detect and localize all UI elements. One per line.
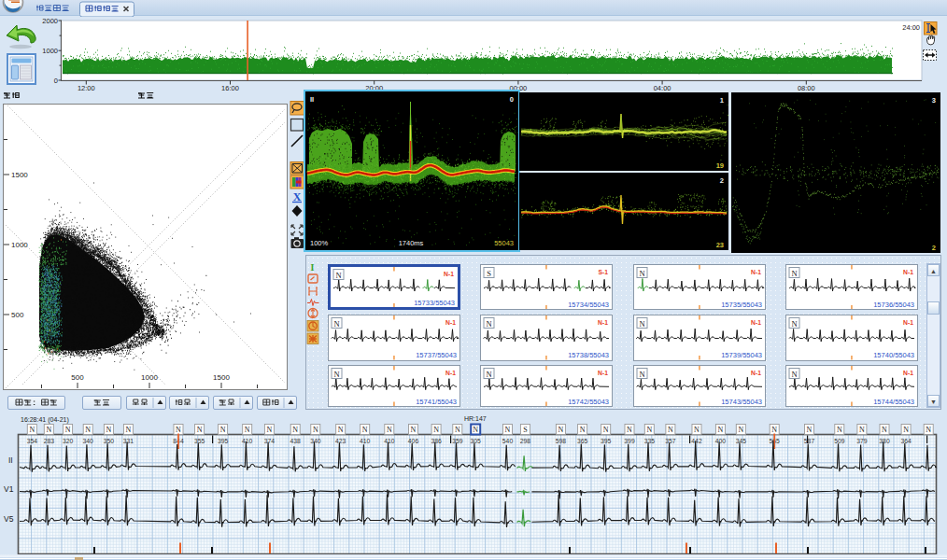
svg-text:N: N: [362, 426, 368, 434]
svg-text:N: N: [245, 426, 250, 434]
svg-text:HR:147: HR:147: [464, 415, 487, 422]
svg-text:N-1: N-1: [903, 268, 913, 274]
svg-text:N: N: [197, 426, 203, 434]
svg-text:N: N: [29, 426, 35, 434]
svg-text:II: II: [310, 95, 314, 104]
svg-text:N: N: [433, 426, 439, 434]
svg-text:N: N: [694, 426, 700, 434]
svg-text:15737/55043: 15737/55043: [417, 351, 458, 359]
svg-text:N: N: [292, 426, 298, 434]
svg-text:N: N: [859, 426, 865, 434]
svg-text:N: N: [639, 319, 644, 329]
svg-text:2: 2: [720, 176, 724, 185]
svg-text:N: N: [580, 426, 586, 434]
svg-text:N: N: [791, 319, 797, 329]
svg-text:N: N: [771, 426, 777, 434]
svg-text:N: N: [267, 426, 273, 434]
svg-text:423: 423: [335, 438, 346, 444]
svg-text:N: N: [336, 270, 342, 279]
svg-text:15741/55043: 15741/55043: [417, 398, 458, 406]
svg-text:1000: 1000: [11, 241, 28, 249]
svg-text:355: 355: [194, 438, 205, 444]
svg-text:N: N: [807, 426, 813, 434]
svg-text:19: 19: [716, 161, 724, 170]
svg-text:N-1: N-1: [751, 268, 761, 274]
svg-text:N: N: [334, 370, 340, 379]
svg-text:357: 357: [665, 438, 676, 444]
svg-text:365: 365: [577, 438, 588, 444]
svg-text:399: 399: [624, 438, 635, 444]
svg-text:364: 364: [900, 438, 912, 444]
svg-text:N: N: [46, 426, 51, 434]
svg-text:N-1: N-1: [903, 319, 913, 326]
svg-text:N: N: [646, 426, 652, 434]
svg-text:400: 400: [715, 438, 727, 444]
svg-text:374: 374: [264, 438, 276, 444]
svg-text:1740ms: 1740ms: [399, 239, 424, 247]
svg-text:395: 395: [601, 438, 612, 444]
svg-text:N: N: [106, 426, 112, 434]
svg-text:N: N: [718, 426, 724, 434]
svg-text:N: N: [505, 426, 511, 434]
svg-text:410: 410: [384, 438, 395, 444]
svg-text:I: I: [311, 262, 315, 273]
svg-text:335: 335: [644, 438, 656, 444]
svg-text:0: 0: [510, 95, 514, 104]
svg-text:406: 406: [408, 438, 419, 444]
svg-text:S: S: [523, 426, 527, 434]
svg-text:N: N: [411, 426, 417, 434]
svg-text:3: 3: [932, 96, 936, 105]
svg-text:N: N: [791, 268, 797, 277]
svg-text:331: 331: [123, 438, 134, 444]
svg-text:0: 0: [54, 77, 58, 85]
svg-text:15739/55043: 15739/55043: [721, 351, 762, 359]
svg-text:379: 379: [856, 438, 868, 444]
svg-text:305: 305: [471, 438, 482, 444]
svg-text:100%: 100%: [310, 239, 329, 247]
svg-text:55043: 55043: [494, 239, 514, 247]
svg-text:N-1: N-1: [444, 270, 454, 276]
svg-text:15742/55043: 15742/55043: [569, 398, 610, 406]
svg-text:N-1: N-1: [751, 319, 761, 326]
svg-text:N-1: N-1: [445, 370, 456, 376]
svg-text:II: II: [8, 455, 13, 465]
svg-text:410: 410: [360, 438, 371, 444]
svg-text:N: N: [558, 426, 564, 434]
svg-text:2000: 2000: [42, 17, 58, 25]
svg-text:15736/55043: 15736/55043: [873, 301, 914, 309]
svg-text:N: N: [85, 426, 91, 434]
svg-text:15740/55043: 15740/55043: [873, 351, 914, 359]
svg-text:V1: V1: [4, 484, 14, 494]
svg-text:15733/55043: 15733/55043: [415, 299, 456, 307]
svg-text:340: 340: [310, 438, 321, 444]
svg-text:500: 500: [71, 373, 84, 382]
svg-text:N: N: [639, 268, 644, 277]
svg-text:587: 587: [804, 438, 815, 444]
svg-text:N: N: [487, 370, 492, 379]
svg-text:438: 438: [290, 438, 302, 444]
svg-text:N: N: [220, 426, 226, 434]
svg-text:N: N: [627, 426, 632, 434]
svg-text:N: N: [126, 426, 132, 434]
svg-text:S-1: S-1: [599, 268, 609, 274]
svg-text:N-1: N-1: [445, 319, 456, 326]
svg-text:N: N: [738, 426, 743, 434]
svg-text:386: 386: [431, 438, 442, 444]
svg-text:N: N: [65, 426, 71, 434]
svg-text:N-1: N-1: [751, 370, 761, 376]
svg-text:N: N: [487, 319, 492, 329]
svg-text:1000: 1000: [141, 373, 158, 382]
svg-text:S: S: [487, 268, 491, 277]
svg-text:16:28:41 (04-21): 16:28:41 (04-21): [21, 416, 69, 424]
svg-text:23: 23: [716, 241, 724, 249]
svg-text:298: 298: [520, 438, 531, 444]
svg-text:15734/55043: 15734/55043: [569, 301, 610, 309]
svg-text:N: N: [903, 426, 909, 434]
svg-text:N: N: [313, 426, 318, 434]
svg-text:N: N: [338, 426, 344, 434]
svg-text:N: N: [882, 426, 887, 434]
svg-text:1: 1: [720, 96, 724, 105]
svg-text:N: N: [455, 426, 460, 434]
svg-text:359: 359: [452, 438, 463, 444]
svg-text:N-1: N-1: [598, 319, 608, 326]
